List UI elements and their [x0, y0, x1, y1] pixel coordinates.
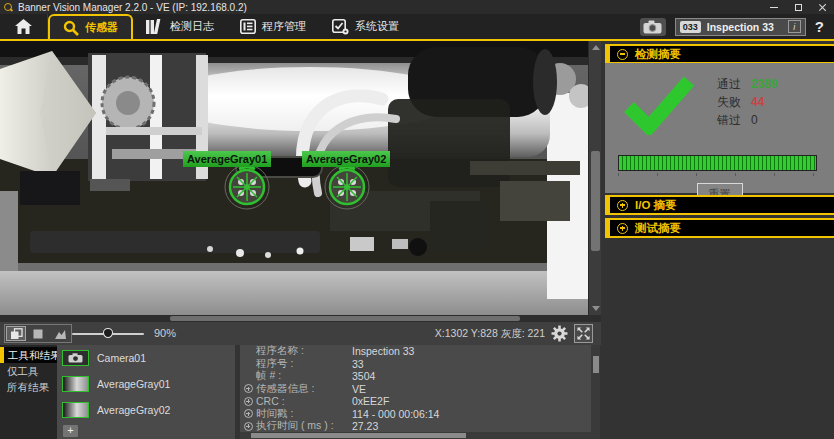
tab-inspection-logs[interactable]: 检测日志 — [133, 14, 227, 39]
info-vertical-scrollbar[interactable] — [591, 345, 600, 432]
actual-size-button[interactable] — [28, 326, 48, 341]
io-summary-title: I/O 摘要 — [635, 198, 677, 213]
expand-icon[interactable] — [244, 384, 253, 393]
gear-icon — [551, 325, 568, 342]
summary-stats: 通过 2389 失败 44 错过 0 — [717, 75, 778, 129]
scroll-up-icon[interactable] — [592, 45, 600, 50]
program-list-icon — [240, 19, 256, 34]
viewer-horizontal-scrollbar[interactable] — [0, 315, 601, 322]
camera01-thumbnail — [62, 350, 89, 366]
tool-name: AverageGray01 — [97, 378, 170, 390]
result-history-bar — [618, 155, 817, 171]
info-vscroll-thumb[interactable] — [593, 356, 599, 373]
info-value: 27.23 — [352, 420, 378, 432]
tab-system-settings-label: 系统设置 — [355, 19, 399, 34]
info-row-program-number: 程序号 : 33 — [240, 358, 600, 371]
maximize-button[interactable] — [786, 0, 810, 14]
collapse-icon[interactable] — [617, 49, 628, 60]
io-summary-header[interactable]: I/O 摘要 — [605, 195, 834, 215]
info-value: 33 — [352, 358, 364, 370]
viewer-vertical-scrollbar[interactable] — [588, 41, 601, 315]
snapshot-button[interactable] — [640, 18, 666, 36]
info-hscroll-thumb[interactable] — [251, 433, 466, 438]
inspection-name: Inspection 33 — [707, 21, 774, 33]
pass-label: 通过 — [717, 76, 741, 93]
tool-item-averagegray01[interactable]: AverageGray01 — [57, 371, 235, 397]
zoom-percent-label: 90% — [154, 327, 176, 339]
miss-row: 错过 0 — [717, 111, 778, 129]
camera-image-viewport[interactable]: AverageGray01 AverageGray02 — [0, 41, 601, 315]
app-window: Banner Vision Manager 2.2.0 - VE (IP: 19… — [0, 0, 834, 439]
test-summary-title: 测试摘要 — [635, 221, 681, 236]
fit-image-button[interactable] — [6, 326, 26, 341]
averagegray01-thumbnail — [62, 376, 89, 392]
inspection-info-panel: 程序名称 : Inspection 33 程序号 : 33 帧 # : 3504… — [240, 345, 600, 439]
info-value: 114 - 000 00:06:14 — [352, 408, 439, 420]
minimize-button[interactable] — [762, 0, 786, 14]
viewer-hscroll-thumb[interactable] — [170, 316, 520, 321]
info-value: 3504 — [352, 370, 375, 382]
camera-thumb-icon — [68, 353, 83, 363]
tool-name: AverageGray02 — [97, 404, 170, 416]
fail-label: 失败 — [717, 94, 741, 111]
camera-icon — [643, 20, 662, 34]
tab-program-management[interactable]: 程序管理 — [227, 14, 319, 39]
info-horizontal-scrollbar[interactable] — [240, 432, 600, 439]
home-button[interactable] — [0, 14, 48, 39]
fail-row: 失败 44 — [717, 93, 778, 111]
fullscreen-button[interactable] — [574, 324, 593, 343]
view-mode-buttons — [4, 324, 72, 343]
viewer-toolbar: 90% X:1302 Y:828 灰度: 221 — [0, 322, 601, 345]
expand-icon[interactable] — [244, 422, 253, 431]
expand-icon[interactable] — [617, 200, 628, 211]
help-button[interactable]: ? — [815, 18, 824, 35]
inspection-info-button[interactable]: i — [788, 20, 801, 33]
settings-check-icon — [332, 19, 349, 35]
expand-icon[interactable] — [617, 223, 628, 234]
fail-count: 44 — [751, 95, 764, 109]
home-icon — [15, 19, 32, 34]
app-logo-icon — [4, 3, 13, 12]
tool-item-camera01[interactable]: Camera01 — [57, 345, 235, 371]
info-label: 传感器信息 : — [256, 382, 352, 396]
pass-count: 2389 — [751, 77, 778, 91]
add-tool-button[interactable]: + — [63, 425, 78, 437]
info-row-program-name: 程序名称 : Inspection 33 — [240, 345, 600, 358]
nav-bar: 传感器 检测日志 程序管理 系统设置 033 Inspection 33 i ? — [0, 14, 834, 41]
tab-inspection-logs-label: 检测日志 — [170, 19, 214, 34]
minimize-icon — [770, 7, 778, 8]
pass-row: 通过 2389 — [717, 75, 778, 93]
inspection-summary-title: 检测摘要 — [635, 47, 681, 62]
expand-icon[interactable] — [244, 397, 253, 406]
info-row-execution-time: 执行时间 ( ms ) : 27.23 — [240, 420, 600, 433]
pass-check-icon — [621, 73, 697, 139]
roi-label-averagegray01[interactable]: AverageGray01 — [183, 151, 271, 167]
tool-item-averagegray02[interactable]: AverageGray02 — [57, 397, 235, 423]
tab-all-results[interactable]: 所有结果 — [0, 379, 57, 395]
window-title: Banner Vision Manager 2.2.0 - VE (IP: 19… — [18, 2, 247, 13]
tab-tools-and-results[interactable]: 工具和结果 — [0, 347, 57, 363]
tab-sensor[interactable]: 传感器 — [48, 14, 133, 39]
zoom-slider-knob[interactable] — [103, 328, 113, 338]
test-summary-header[interactable]: 测试摘要 — [605, 218, 834, 238]
tab-system-settings[interactable]: 系统设置 — [319, 14, 412, 39]
miss-count: 0 — [751, 113, 758, 127]
display-settings-button[interactable] — [551, 325, 568, 346]
inspection-summary-header[interactable]: 检测摘要 — [605, 44, 834, 64]
expand-icon[interactable] — [244, 409, 253, 418]
scroll-down-icon[interactable] — [592, 306, 600, 311]
roi-label-averagegray02[interactable]: AverageGray02 — [302, 151, 390, 167]
close-button[interactable] — [810, 0, 834, 14]
cursor-status-readout: X:1302 Y:828 灰度: 221 — [435, 327, 545, 341]
viewer-vscroll-thumb[interactable] — [591, 151, 600, 251]
close-icon — [818, 3, 827, 12]
tab-tools-only[interactable]: 仅工具 — [0, 363, 57, 379]
tool-name: Camera01 — [97, 352, 146, 364]
contrast-view-button[interactable] — [50, 326, 70, 341]
right-panel: 检测摘要 通过 2389 失败 44 错过 0 — [605, 41, 834, 439]
title-bar: Banner Vision Manager 2.2.0 - VE (IP: 19… — [0, 0, 834, 14]
info-row-frame-number: 帧 # : 3504 — [240, 370, 600, 383]
info-row-crc: CRC : 0xEE2F — [240, 395, 600, 408]
inspection-selector[interactable]: 033 Inspection 33 i — [675, 18, 806, 36]
info-row-sensor-info: 传感器信息 : VE — [240, 383, 600, 396]
